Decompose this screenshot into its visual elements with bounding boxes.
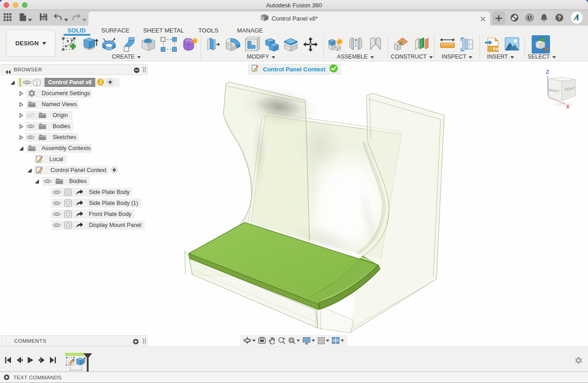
folder-icon[interactable] bbox=[28, 102, 36, 108]
browser-grip[interactable] bbox=[143, 67, 146, 72]
tab-sheet-metal[interactable]: SHEET METAL bbox=[143, 27, 184, 34]
share-icon[interactable] bbox=[76, 211, 83, 217]
zoom-tool[interactable] bbox=[278, 337, 286, 345]
grid-settings-tool[interactable] bbox=[317, 337, 329, 345]
eye-icon[interactable] bbox=[53, 189, 61, 195]
group-label-inspect[interactable]: INSPECT bbox=[441, 54, 472, 60]
tree-node-label[interactable]: Control Panel Context bbox=[50, 167, 106, 173]
sweep-icon[interactable] bbox=[121, 37, 136, 54]
eye-icon[interactable] bbox=[27, 135, 35, 140]
eye-icon[interactable] bbox=[44, 178, 52, 184]
tab-solid[interactable]: SOLID bbox=[67, 27, 86, 34]
shell-icon[interactable] bbox=[244, 37, 261, 54]
combine-icon[interactable] bbox=[264, 37, 281, 54]
comments-bar[interactable]: COMMENTS bbox=[1, 335, 147, 346]
undo-icon[interactable] bbox=[54, 14, 62, 22]
tree-node-label[interactable]: Assembly Contexts bbox=[42, 145, 91, 151]
tree-node-label[interactable]: Front Plate Body bbox=[89, 211, 131, 217]
tree-node-label[interactable]: Side Plate Body (1) bbox=[89, 200, 138, 206]
tab-manage[interactable]: MANAGE bbox=[237, 27, 263, 34]
look-at-tool[interactable] bbox=[258, 337, 266, 344]
activate-radio-icon[interactable] bbox=[107, 79, 114, 87]
file-menu-caret-icon[interactable] bbox=[28, 15, 32, 23]
group-label-select[interactable]: SELECT bbox=[528, 54, 556, 60]
revolve-icon[interactable] bbox=[102, 37, 118, 54]
file-menu-icon[interactable] bbox=[19, 13, 27, 23]
group-label-insert[interactable]: INSERT bbox=[487, 54, 514, 60]
group-label-create[interactable]: CREATE bbox=[112, 54, 141, 60]
timeline-skip-start-button[interactable] bbox=[5, 356, 11, 366]
share-icon[interactable] bbox=[76, 200, 83, 206]
selected-node-label[interactable]: Control Panel v8 bbox=[44, 78, 95, 87]
activate-radio-icon[interactable] bbox=[111, 167, 118, 175]
create-sketch-icon[interactable] bbox=[61, 37, 77, 54]
share-icon[interactable] bbox=[76, 189, 83, 195]
folder-icon[interactable] bbox=[55, 178, 63, 184]
timeline-step-forward-button[interactable] bbox=[38, 356, 45, 366]
share-icon[interactable] bbox=[76, 222, 83, 228]
tree-node-label[interactable]: Named Views bbox=[42, 101, 77, 108]
status-bar-label[interactable]: TEXT COMMANDS bbox=[13, 375, 62, 380]
group-label-construct[interactable]: CONSTRUCT bbox=[391, 54, 433, 60]
tree-node-label[interactable]: Bodies bbox=[53, 123, 70, 129]
eye-icon[interactable] bbox=[53, 211, 61, 217]
fillet-icon[interactable] bbox=[224, 37, 242, 54]
comments-plus-icon[interactable] bbox=[133, 338, 139, 346]
orbit-tool[interactable] bbox=[243, 336, 256, 345]
tree-node-label[interactable]: Document Settings bbox=[42, 90, 90, 97]
eye-icon[interactable] bbox=[53, 222, 61, 228]
undo-caret-icon[interactable] bbox=[64, 15, 68, 23]
as-built-joint-icon[interactable] bbox=[369, 37, 382, 54]
viewport-3d[interactable]: Control Panel Context Z X FRONT RIGHT BR… bbox=[0, 61, 588, 346]
group-label-assemble[interactable]: ASSEMBLE bbox=[337, 54, 374, 60]
body-icon[interactable] bbox=[64, 221, 72, 229]
grid-caret-icon[interactable] bbox=[326, 339, 329, 343]
new-tab-button[interactable] bbox=[492, 11, 505, 25]
viewports-tool[interactable] bbox=[332, 337, 344, 344]
cube-icon[interactable] bbox=[33, 78, 41, 86]
extrude-icon[interactable] bbox=[82, 37, 99, 54]
rectangular-pattern-icon[interactable] bbox=[160, 37, 178, 54]
context-icon[interactable] bbox=[36, 156, 44, 163]
section-analysis-icon[interactable] bbox=[459, 37, 475, 54]
context-icon[interactable] bbox=[36, 167, 44, 174]
folder-icon[interactable] bbox=[38, 113, 46, 119]
viewcube[interactable]: Z X FRONT RIGHT bbox=[536, 66, 588, 114]
fit-caret-icon[interactable] bbox=[297, 339, 300, 343]
collapse-browser-icon[interactable] bbox=[5, 68, 11, 76]
hole-icon[interactable] bbox=[140, 37, 157, 54]
notifications-bell-icon[interactable] bbox=[540, 13, 548, 24]
tab-close-icon[interactable] bbox=[480, 16, 486, 22]
redo-caret-icon[interactable] bbox=[82, 15, 87, 23]
joint-icon[interactable] bbox=[348, 37, 363, 54]
viewports-caret-icon[interactable] bbox=[341, 339, 344, 343]
orbit-caret-icon[interactable] bbox=[252, 339, 256, 343]
move-copy-icon[interactable] bbox=[303, 37, 318, 54]
context-ok-check-icon[interactable] bbox=[329, 64, 338, 75]
body-icon[interactable] bbox=[64, 210, 72, 218]
timeline-settings-gear-icon[interactable] bbox=[575, 356, 583, 366]
browser-header[interactable]: BROWSER bbox=[1, 64, 147, 75]
gear-icon[interactable] bbox=[28, 90, 36, 97]
eye-icon[interactable] bbox=[23, 80, 31, 85]
text-commands-icon[interactable] bbox=[4, 374, 10, 380]
tree-node-label[interactable]: Sketches bbox=[53, 134, 76, 140]
timeline-play-button[interactable] bbox=[27, 356, 34, 366]
measure-icon[interactable] bbox=[440, 37, 455, 54]
pan-tool[interactable] bbox=[268, 337, 276, 345]
visibility-off-icon[interactable] bbox=[27, 113, 35, 118]
tab-tools[interactable]: TOOLS bbox=[198, 27, 218, 34]
help-icon[interactable]: ? bbox=[555, 13, 564, 24]
folder-icon[interactable] bbox=[38, 135, 46, 140]
timeline-step-back-button[interactable] bbox=[16, 356, 23, 366]
eye-icon[interactable] bbox=[27, 124, 35, 129]
comments-grip[interactable] bbox=[143, 338, 146, 344]
tree-node-label[interactable]: Origin bbox=[53, 112, 68, 119]
body-icon[interactable] bbox=[64, 200, 72, 207]
workspace-selector[interactable]: DESIGN bbox=[6, 30, 55, 57]
press-pull-icon[interactable] bbox=[206, 37, 221, 54]
folder-icon[interactable] bbox=[28, 146, 36, 151]
app-grid-icon[interactable] bbox=[4, 13, 11, 23]
create-form-icon[interactable] bbox=[181, 37, 199, 54]
insert-canvas-icon[interactable] bbox=[504, 37, 520, 53]
